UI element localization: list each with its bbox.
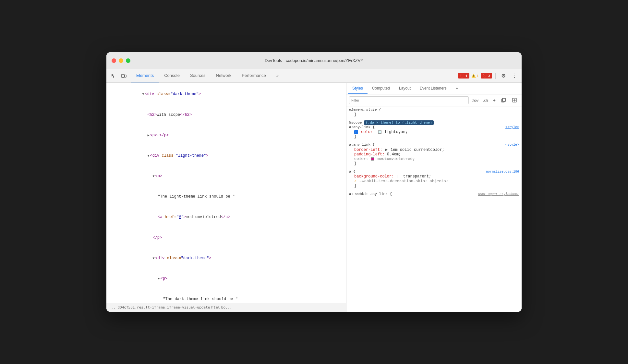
color-swatch-transparent[interactable]: [397, 175, 400, 178]
css-rule-element-style: element.style { }: [349, 108, 519, 117]
color-swatch-mediumvioletred[interactable]: [371, 157, 374, 161]
more-options-button[interactable]: ⋮: [510, 71, 519, 80]
maximize-button[interactable]: [126, 58, 130, 63]
separator: [495, 73, 496, 79]
tab-more-styles[interactable]: »: [451, 83, 463, 94]
rule-selector[interactable]: a:any-link {: [349, 125, 375, 129]
tab-event-listeners[interactable]: Event Listeners: [415, 83, 451, 94]
collapse-arrow[interactable]: ▼: [152, 257, 154, 260]
error-icon: 🚫: [460, 74, 465, 78]
html-line[interactable]: ▼<div class="light-theme">: [106, 146, 346, 166]
error-badge[interactable]: 🚫 1: [458, 73, 469, 79]
rule-close: }: [349, 134, 519, 139]
svg-rect-3: [502, 98, 505, 102]
collapse-arrow[interactable]: ▼: [147, 154, 149, 158]
rule-header: element.style {: [349, 108, 519, 112]
elements-panel: ▼<div class="dark-theme"> <h2>with scope…: [106, 83, 346, 312]
rule-selector[interactable]: a:-webkit-any-link {: [349, 192, 392, 196]
close-button[interactable]: [112, 58, 116, 63]
property-checkbox[interactable]: [354, 130, 358, 134]
toolbar-icons: [109, 71, 128, 80]
new-style-rule-button[interactable]: [510, 96, 519, 105]
rule-header: a:any-link { <style>: [349, 143, 519, 147]
warning-count: 1: [477, 74, 479, 78]
html-line[interactable]: <h2>with scope</h2>: [106, 104, 346, 125]
html-line[interactable]: ▼<div class="dark-theme">: [106, 84, 346, 104]
warning-icon: ⚠️: [471, 74, 476, 78]
copy-styles-button[interactable]: [499, 96, 508, 105]
expand-arrow[interactable]: ▶: [147, 134, 149, 137]
rule-source[interactable]: <style>: [505, 143, 519, 147]
breadcrumb-text: ... d04cf581.result-iframe.iframe-visual…: [109, 305, 210, 309]
html-line[interactable]: "The dark-theme link should be ": [106, 289, 346, 303]
rule-selector[interactable]: element.style {: [349, 108, 381, 112]
html-line[interactable]: ▼<div class="dark-theme">: [106, 248, 346, 268]
css-rule-normalize: a { normalize.css:106 background-color: …: [349, 170, 519, 188]
warning-badge[interactable]: ⚠️ 1: [471, 74, 479, 78]
css-property-bg: background-color: transparent;: [349, 174, 519, 179]
tab-console[interactable]: Console: [159, 69, 185, 82]
tab-network[interactable]: Network: [211, 69, 237, 82]
html-line[interactable]: ▶<p>…</p>: [106, 125, 346, 145]
breadcrumb-dots: ...: [225, 305, 232, 309]
styles-content[interactable]: element.style { } @scope (.dark-theme) t…: [346, 106, 522, 312]
settings-button[interactable]: ⚙: [499, 71, 508, 80]
html-line[interactable]: </p>: [106, 227, 346, 248]
rule-source-italic: user agent stylesheet: [478, 192, 519, 196]
css-rule-webkit-any-link: a:-webkit-any-link { user agent styleshe…: [349, 192, 519, 196]
main-toolbar: Elements Console Sources Network Perform…: [106, 69, 522, 83]
traffic-lights: [112, 58, 130, 63]
rule-header: a:-webkit-any-link { user agent styleshe…: [349, 192, 519, 196]
tab-performance[interactable]: Performance: [236, 69, 271, 82]
issues-badge[interactable]: 🚫 3: [481, 73, 492, 79]
triangle-icon: ▶: [385, 148, 388, 152]
css-property: color: lightcyan;: [349, 130, 519, 134]
svg-rect-1: [125, 75, 126, 77]
main-content: ▼<div class="dark-theme"> <h2>with scope…: [106, 83, 522, 312]
html-line[interactable]: <a href="#">mediumvioletred</a>: [106, 207, 346, 227]
collapse-arrow[interactable]: ▼: [152, 175, 154, 178]
devtools: Elements Console Sources Network Perform…: [106, 69, 522, 312]
device-toolbar-icon[interactable]: [119, 71, 128, 80]
html-line[interactable]: ▼<p>: [106, 269, 346, 289]
tab-styles[interactable]: Styles: [348, 83, 368, 94]
css-property-border: border-left: ▶ 1em solid currentcolor;: [349, 147, 519, 152]
html-line[interactable]: "The light-theme link should be ": [106, 187, 346, 207]
error-count: 1: [465, 74, 467, 78]
add-rule-button[interactable]: +: [492, 98, 497, 103]
tab-layout[interactable]: Layout: [394, 83, 415, 94]
css-property-color-strikethrough: color: mediumvioletred;: [349, 157, 519, 161]
hov-button[interactable]: :hov: [471, 98, 480, 103]
rule-close: }: [349, 161, 519, 166]
titlebar: DevTools - codepen.io/miriamsuzanne/pen/…: [106, 52, 522, 69]
tab-sources[interactable]: Sources: [185, 69, 211, 82]
rule-source[interactable]: normalize.css:106: [486, 170, 519, 174]
css-property-padding: padding-left: 0.4em;: [349, 152, 519, 157]
collapse-arrow[interactable]: ▼: [142, 92, 144, 96]
breadcrumb-bo[interactable]: bo: [221, 305, 225, 309]
inspect-icon[interactable]: [109, 71, 118, 80]
minimize-button[interactable]: [119, 58, 123, 63]
styles-tabs: Styles Computed Layout Event Listeners »: [346, 83, 522, 94]
cls-button[interactable]: .cls: [482, 98, 490, 103]
collapse-arrow[interactable]: ▼: [158, 277, 160, 281]
devtools-window: DevTools - codepen.io/miriamsuzanne/pen/…: [106, 52, 522, 312]
filter-input[interactable]: [349, 96, 469, 104]
css-property-webkit-strikethrough: ⚠ -webkit-text-decoration-skip: objects;: [349, 179, 519, 184]
rule-header: a:any-link { <style>: [349, 125, 519, 129]
tab-more[interactable]: »: [271, 69, 284, 82]
rule-selector[interactable]: a:any-link {: [349, 143, 375, 147]
tab-elements[interactable]: Elements: [131, 69, 159, 82]
html-line[interactable]: ▼<p>: [106, 166, 346, 187]
tab-computed[interactable]: Computed: [368, 83, 394, 94]
rule-source[interactable]: <style>: [505, 126, 519, 129]
rule-close: }: [349, 184, 519, 188]
color-swatch-lightcyan[interactable]: [378, 130, 381, 134]
elements-content[interactable]: ▼<div class="dark-theme"> <h2>with scope…: [106, 83, 346, 303]
toolbar-right: 🚫 1 ⚠️ 1 🚫 3 ⚙ ⋮: [458, 71, 519, 80]
main-tabs: Elements Console Sources Network Perform…: [131, 69, 458, 82]
rule-selector[interactable]: a {: [349, 170, 356, 174]
scope-at-rule: @scope (.dark-theme) to (.light-theme): [349, 121, 519, 125]
rule-header: a { normalize.css:106: [349, 170, 519, 174]
breadcrumb-html[interactable]: html: [211, 305, 220, 309]
